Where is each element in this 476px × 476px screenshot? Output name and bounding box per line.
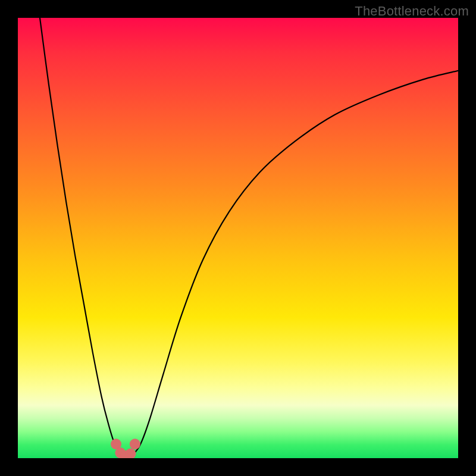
valley-marker bbox=[125, 449, 136, 458]
plot-svg bbox=[18, 18, 458, 458]
valley-marker-group bbox=[111, 439, 140, 458]
curve-left-branch bbox=[40, 18, 128, 456]
curve-right-branch bbox=[128, 71, 458, 456]
valley-marker bbox=[130, 439, 140, 449]
watermark-text: TheBottleneck.com bbox=[355, 4, 469, 19]
plot-area bbox=[18, 18, 458, 458]
